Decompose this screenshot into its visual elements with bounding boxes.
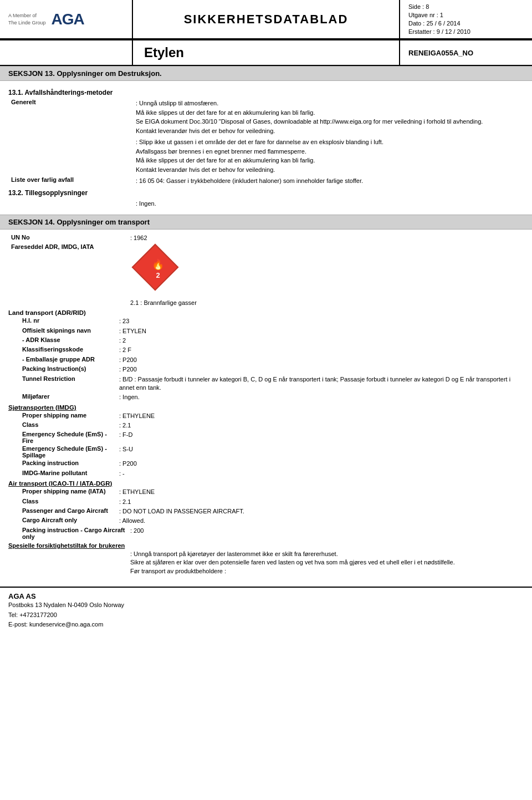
- hazard-diamond-container: 🔥 2: [130, 248, 524, 294]
- klassifisering-label: Klassifiseringsskode: [8, 346, 119, 353]
- passenger-value: : DO NOT LOAD IN PASSENGER AIRCRAFT.: [119, 507, 524, 516]
- packing-cargo-value: : 200: [130, 527, 524, 535]
- member-of-text: A Member of The Linde Group: [8, 12, 46, 26]
- imdg-marine-row: IMDG-Marine pollutant : -: [8, 470, 524, 478]
- packing-instruction-row: Packing instruction : P200: [8, 460, 524, 468]
- hazard-number: 2: [152, 271, 164, 281]
- document-title: SIKKERHETSDATABLAD: [184, 12, 349, 27]
- liste-row: Liste over farlig avfall : 16 05 04: Gas…: [8, 176, 524, 186]
- land-transport-label: Land transport (ADR/RID): [8, 309, 524, 316]
- ems-spillage-label: Emergency Schedule (EmS) - Spillage: [8, 445, 119, 458]
- generelt-label2: [8, 137, 136, 174]
- class-iata-value: : 2.1: [119, 498, 524, 506]
- hl-nr-row: H.l. nr : 23: [8, 317, 524, 325]
- miljofarer-label: Miljøfarer: [8, 393, 119, 400]
- proper-shipping-row: Proper shipping name : ETHYLENE: [8, 412, 524, 420]
- fareseddel-label: Fareseddel ADR, IMDG, IATA: [8, 243, 130, 250]
- header: A Member of The Linde Group AGA SIKKERHE…: [0, 0, 532, 39]
- sjotransport-section: Sjøtransporten (IMDG): [8, 404, 524, 411]
- generelt-line6: Må ikke slippes ut der det fare for at e…: [136, 157, 315, 164]
- air-transport-section: Air transport (ICAO-TI / IATA-DGR): [8, 480, 524, 487]
- generelt-line3: Kontakt leverandør hvis det er behov for…: [136, 128, 275, 134]
- tunnel-row: Tunnel Restriction : B/D : Passasje forb…: [8, 375, 524, 393]
- hl-nr-label: H.l. nr: [8, 317, 119, 324]
- generelt-intro: : Unngå utslipp til atmosfæren.: [136, 100, 218, 106]
- ems-spillage-value: : S-U: [119, 445, 524, 453]
- fareseddel-row: Fareseddel ADR, IMDG, IATA 🔥 2: [8, 243, 524, 297]
- spesielle-value: : Unngå transport på kjøretøyer der last…: [130, 550, 524, 575]
- klassifisering-row: Klassifiseringsskode : 2 F: [8, 346, 524, 354]
- cargo-only-label: Cargo Aircraft only: [8, 517, 119, 523]
- adr-klasse-label: - ADR Klasse: [8, 337, 119, 343]
- un-no-label: UN No: [8, 234, 130, 241]
- proper-shipping-label: Proper shipping name: [8, 412, 119, 419]
- un-no-row: UN No : 1962: [8, 234, 524, 242]
- generelt-row: Generelt : Unngå utslipp til atmosfæren.…: [8, 99, 524, 135]
- proper-shipping-value: : ETHYLENE: [119, 412, 524, 420]
- tillegg-header: 13.2. Tillegsopplysninger: [8, 189, 524, 197]
- generelt-label: Generelt: [8, 99, 136, 135]
- imdg-marine-label: IMDG-Marine pollutant: [8, 470, 119, 476]
- tillegg-label: [8, 199, 136, 208]
- emballasje-label: - Emballasje gruppe ADR: [8, 356, 119, 363]
- miljofarer-value: : Ingen.: [119, 393, 524, 401]
- section14-content: UN No : 1962 Fareseddel ADR, IMDG, IATA …: [0, 230, 532, 581]
- tillegg-row: : Ingen.: [8, 199, 524, 208]
- offisielt-label: Offisielt skipnings navn: [8, 327, 119, 334]
- hl-nr-value: : 23: [119, 317, 524, 325]
- class-label: Class: [8, 421, 119, 428]
- aga-logo: AGA: [52, 11, 84, 28]
- footer-company: AGA AS: [8, 592, 524, 600]
- adr-klasse-row: - ADR Klasse : 2: [8, 337, 524, 345]
- generelt-line1: Må ikke slippes ut der det fare for at e…: [136, 109, 315, 116]
- passenger-label: Passenger and Cargo Aircraft: [8, 507, 119, 514]
- tunnel-label: Tunnel Restriction: [8, 375, 119, 382]
- generelt-line7: Kontakt leverandør hvis det er behov for…: [136, 166, 275, 173]
- erstatter-info: Erstatter : 9 / 12 / 2010: [408, 28, 524, 35]
- offisielt-value: : ETYLEN: [119, 327, 524, 335]
- flame-icon: 🔥: [152, 259, 164, 269]
- tillegg-value: : Ingen.: [136, 199, 524, 208]
- emballasje-value: : P200: [119, 356, 524, 364]
- packing-cargo-row: Packing instruction - Cargo Aircraft onl…: [8, 527, 524, 540]
- section13-header: SEKSJON 13. Opplysninger om Destruksjon.: [0, 66, 532, 81]
- proper-shipping-iata-value: : ETHYLENE: [119, 488, 524, 496]
- generelt-line5: Avfallsgass bør brennes i en egnet brenn…: [136, 148, 306, 155]
- hazard-class-row: 2.1 : Brannfarlige gasser: [8, 299, 524, 307]
- dato-info: Dato : 25 / 6 / 2014: [408, 20, 524, 27]
- cargo-only-row: Cargo Aircraft only : Allowed.: [8, 517, 524, 525]
- miljofarer-row: Miljøfarer : Ingen.: [8, 393, 524, 401]
- spesielle-label: Spesielle forsiktighetstiltak for bruker…: [8, 542, 125, 549]
- product-bar-left: [0, 40, 133, 65]
- section14-header: SEKSJON 14. Opplysninger om transport: [0, 215, 532, 230]
- cargo-only-value: : Allowed.: [119, 517, 524, 525]
- logo-text: A Member of The Linde Group: [8, 12, 46, 26]
- footer: AGA AS Postboks 13 Nydalen N-0409 Oslo N…: [0, 587, 532, 634]
- land-transport-text: Land transport (ADR/RID): [8, 309, 86, 316]
- tunnel-value: : B/D : Passasje forbudt i tunneler av k…: [119, 375, 524, 393]
- spesielle-line2: Sikre at sjåføren er klar over den poten…: [130, 559, 455, 565]
- ems-fire-label: Emergency Schedule (EmS) - Fire: [8, 431, 119, 444]
- class-row: Class : 2.1: [8, 421, 524, 430]
- product-name: Etylen: [133, 40, 399, 65]
- section13-content: 13.1. Avfallshåndterings-metoder Generel…: [0, 81, 532, 215]
- class-value: : 2.1: [119, 421, 524, 430]
- footer-address: Postboks 13 Nydalen N-0409 Oslo Norway: [8, 600, 524, 610]
- header-logo-area: A Member of The Linde Group AGA: [0, 0, 133, 38]
- class-iata-label: Class: [8, 498, 119, 505]
- sjotransport-label: Sjøtransporten (IMDG): [8, 404, 76, 411]
- fareseddel-value: 🔥 2: [130, 243, 524, 297]
- generelt-row2: : Slipp ikke ut gassen i et område der d…: [8, 137, 524, 174]
- packing-instruction-value: : P200: [119, 460, 524, 468]
- klassifisering-value: : 2 F: [119, 346, 524, 354]
- adr-klasse-value: : 2: [119, 337, 524, 345]
- packing-instruction-label: Packing instruction: [8, 460, 119, 466]
- liste-value: : 16 05 04: Gasser i trykkbeholdere (ink…: [136, 176, 524, 186]
- packing-cargo-label: Packing instruction - Cargo Aircraft onl…: [8, 527, 130, 540]
- footer-tel: Tel: +4723177200: [8, 610, 524, 620]
- spesielle-line3: Før transport av produktbeholdere :: [130, 568, 226, 574]
- liste-label: Liste over farlig avfall: [8, 176, 136, 186]
- proper-shipping-iata-label: Proper shipping name (IATA): [8, 488, 119, 495]
- header-info-area: Side : 8 Utgave nr : 1 Dato : 25 / 6 / 2…: [399, 0, 532, 38]
- utgave-info: Utgave nr : 1: [408, 12, 524, 18]
